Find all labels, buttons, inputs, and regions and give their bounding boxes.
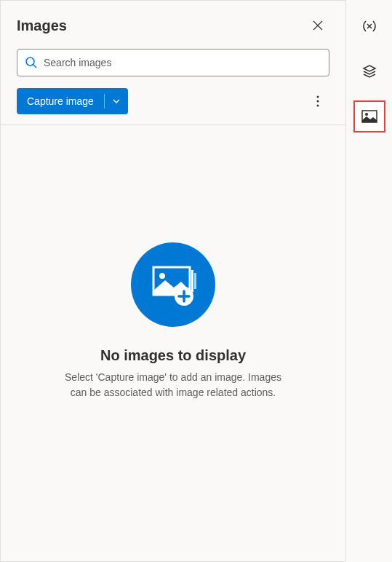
svg-point-0 (26, 58, 34, 66)
search-icon (25, 56, 38, 69)
empty-state-title: No images to display (100, 347, 246, 364)
search-container (1, 43, 345, 85)
more-vertical-icon (316, 95, 319, 107)
panel-title: Images (17, 17, 67, 34)
panel-header: Images (1, 1, 345, 43)
empty-state-illustration (131, 242, 215, 327)
svg-point-2 (317, 96, 319, 98)
layers-icon (361, 63, 377, 79)
svg-point-3 (317, 100, 319, 103)
svg-rect-7 (194, 273, 196, 289)
svg-rect-6 (191, 270, 193, 292)
search-box[interactable] (17, 49, 329, 76)
close-icon (313, 20, 323, 31)
svg-line-1 (33, 65, 37, 68)
rail-images-button[interactable] (353, 100, 385, 132)
search-input[interactable] (44, 57, 321, 68)
images-icon (361, 110, 377, 123)
rail-variables-button[interactable] (353, 10, 385, 42)
side-rail (346, 0, 392, 562)
svg-point-11 (365, 113, 368, 116)
rail-layers-button[interactable] (353, 55, 385, 87)
capture-dropdown-button[interactable] (105, 88, 128, 114)
close-button[interactable] (306, 14, 329, 37)
svg-point-8 (159, 273, 165, 279)
variables-icon (361, 18, 377, 34)
empty-state-description: Select 'Capture image' to add an image. … (57, 370, 289, 400)
toolbar: Capture image (1, 85, 345, 124)
image-add-icon (148, 263, 199, 306)
svg-point-4 (317, 105, 319, 107)
capture-image-button[interactable]: Capture image (17, 88, 128, 114)
more-options-button[interactable] (306, 90, 329, 113)
content-area: No images to display Select 'Capture ima… (1, 124, 345, 561)
images-panel: Images Capture image (0, 0, 346, 562)
chevron-down-icon (112, 97, 121, 106)
capture-image-label: Capture image (17, 95, 104, 107)
